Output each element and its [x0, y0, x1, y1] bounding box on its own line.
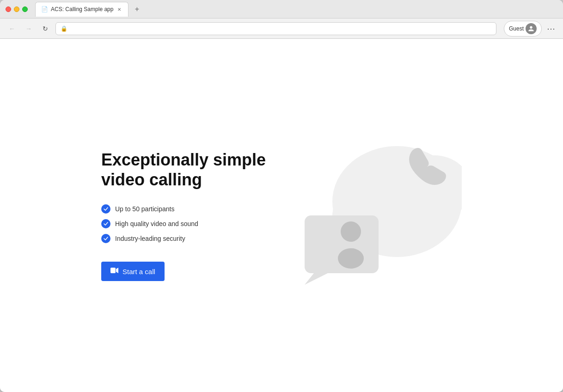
main-heading: Exceptionally simple video calling — [101, 150, 266, 190]
back-button[interactable]: ← — [6, 22, 18, 35]
feature-text-1: Up to 50 participants — [115, 205, 174, 213]
nav-bar: ← → ↻ 🔒 Guest ⋯ — [0, 18, 563, 39]
video-camera-icon — [110, 267, 119, 276]
traffic-lights — [6, 6, 28, 12]
active-tab[interactable]: 📄 ACS: Calling Sample app ✕ — [35, 2, 129, 17]
feature-item: Up to 50 participants — [101, 204, 266, 214]
maximize-button[interactable] — [22, 6, 28, 12]
new-tab-button[interactable]: + — [130, 3, 143, 16]
profile-button[interactable]: Guest — [504, 21, 542, 37]
feature-text-3: Industry-leading security — [115, 235, 185, 242]
avatar — [526, 23, 537, 34]
feature-text-2: High quality video and sound — [115, 220, 198, 227]
check-icon-1 — [101, 204, 110, 214]
svg-point-6 — [338, 248, 364, 269]
left-content: Exceptionally simple video calling Up to… — [101, 150, 266, 281]
content-wrapper: Exceptionally simple video calling Up to… — [73, 141, 490, 289]
forward-button[interactable]: → — [22, 22, 35, 35]
start-call-button[interactable]: Start a call — [101, 262, 165, 281]
illustration-svg — [286, 141, 462, 289]
close-button[interactable] — [6, 6, 11, 12]
check-icon-3 — [101, 234, 110, 243]
profile-area: Guest ⋯ — [504, 21, 557, 37]
guest-label: Guest — [509, 25, 524, 32]
address-bar[interactable]: 🔒 — [55, 22, 496, 35]
tab-bar: 📄 ACS: Calling Sample app ✕ + — [35, 2, 143, 17]
lock-icon: 🔒 — [61, 25, 67, 32]
svg-point-5 — [341, 221, 361, 242]
tab-page-icon: 📄 — [41, 6, 48, 12]
minimize-button[interactable] — [14, 6, 19, 12]
svg-rect-0 — [110, 268, 116, 273]
features-list: Up to 50 participants High quality video… — [101, 204, 266, 243]
title-bar: 📄 ACS: Calling Sample app ✕ + — [0, 0, 563, 18]
page-content: Exceptionally simple video calling Up to… — [0, 39, 563, 392]
tab-title: ACS: Calling Sample app — [51, 6, 113, 12]
more-options-button[interactable]: ⋯ — [545, 22, 557, 35]
start-call-label: Start a call — [122, 268, 155, 276]
right-illustration — [286, 141, 462, 289]
browser-window: 📄 ACS: Calling Sample app ✕ + ← → ↻ 🔒 Gu… — [0, 0, 563, 392]
reload-button[interactable]: ↻ — [39, 22, 52, 35]
check-icon-2 — [101, 219, 110, 228]
feature-item: Industry-leading security — [101, 234, 266, 243]
feature-item: High quality video and sound — [101, 219, 266, 228]
tab-close-button[interactable]: ✕ — [116, 6, 122, 12]
